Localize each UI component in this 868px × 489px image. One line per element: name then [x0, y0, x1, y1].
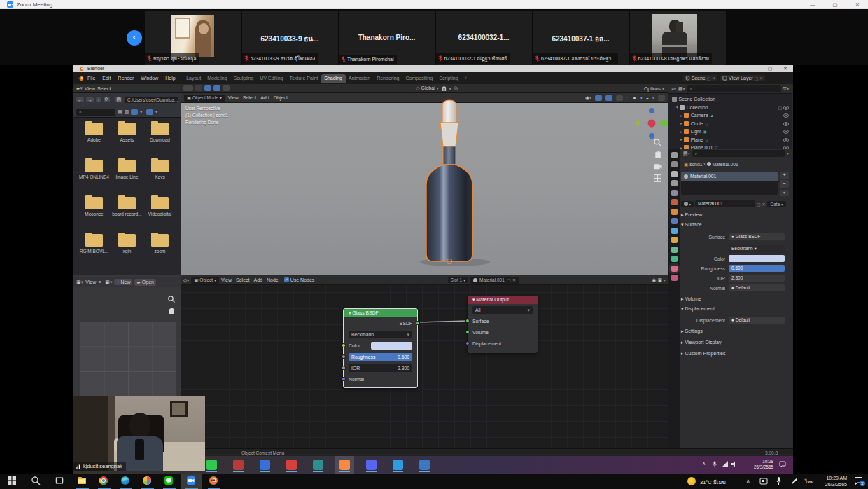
- vp-mode-dropdown[interactable]: ▣ Object Mode ▾: [184, 95, 225, 102]
- file-browser-icon[interactable]: ▰▾: [76, 85, 83, 91]
- outliner-row[interactable]: ▸Light◉: [668, 128, 792, 136]
- vp-pan-icon[interactable]: [653, 150, 662, 159]
- vp-snap-magnet-icon[interactable]: [441, 85, 447, 92]
- outliner-row-scene-collection[interactable]: Scene Collection: [668, 95, 792, 104]
- workspace-tab-sculpting[interactable]: Sculpting: [230, 74, 257, 83]
- properties-tab-0[interactable]: [671, 152, 678, 158]
- search-button[interactable]: [31, 476, 42, 487]
- scene-selector[interactable]: Scene ▢ ✕: [683, 75, 718, 81]
- ptb-notification-icon[interactable]: [779, 461, 786, 468]
- start-button[interactable]: [7, 476, 18, 487]
- properties-tab-11[interactable]: [671, 256, 678, 262]
- fb-list-view2-icon[interactable]: ▥: [125, 109, 130, 115]
- properties-tab-4[interactable]: [671, 190, 678, 196]
- outliner-row[interactable]: ▸Plane▽: [668, 136, 792, 144]
- prop-displacement[interactable]: Displacement● Default: [681, 316, 792, 324]
- fb-back-button[interactable]: ←: [76, 97, 84, 102]
- section-settings[interactable]: ▸ Settings: [681, 329, 703, 334]
- imged-zoom-icon[interactable]: [167, 295, 176, 303]
- workspace-tab-[interactable]: +: [461, 74, 470, 83]
- folder-item[interactable]: Download: [144, 123, 176, 142]
- vp-menu-select[interactable]: Select: [243, 95, 256, 100]
- prop-value[interactable]: ● Default: [729, 284, 785, 291]
- vp-tool3-icon[interactable]: [204, 85, 211, 91]
- close-button[interactable]: ✕: [848, 0, 867, 9]
- ned-slot-dropdown[interactable]: Slot 1 ▾: [448, 277, 468, 283]
- outliner-row-collection[interactable]: ▾Collection☐: [668, 104, 792, 112]
- zoom-icon[interactable]: [186, 476, 197, 487]
- workspace-tab-scripting[interactable]: Scripting: [436, 74, 461, 83]
- prop-ior[interactable]: IOR2.300: [681, 274, 792, 282]
- roughness-input-socket[interactable]: [342, 354, 346, 359]
- glass-node-roughness[interactable]: Roughness0.600: [344, 351, 417, 362]
- expand-arrow[interactable]: ▾: [676, 105, 678, 109]
- imged-new-button[interactable]: + New: [114, 279, 132, 285]
- section-displacement[interactable]: ▾ Displacement: [681, 306, 715, 312]
- fb-menu-select[interactable]: Select: [97, 86, 111, 91]
- folder-item[interactable]: board record...: [111, 197, 144, 216]
- vp-tool5-icon[interactable]: [223, 85, 230, 91]
- participant-tile[interactable]: 623410003-8 เจษฎาพร แสงลีงาม: [630, 11, 726, 65]
- normal-input-socket[interactable]: [342, 377, 346, 381]
- glass-node-distribution[interactable]: Beckmann▾: [344, 329, 417, 340]
- blender-close-button[interactable]: ✕: [778, 65, 793, 72]
- props-search-input[interactable]: ⌕: [692, 150, 785, 157]
- vp-menu-add[interactable]: Add: [260, 95, 269, 100]
- properties-tab-2[interactable]: [671, 171, 678, 177]
- vp-xray-toggle[interactable]: [616, 95, 623, 101]
- outliner-display-icon[interactable]: ▤▾: [678, 86, 685, 92]
- photos-app-icon[interactable]: [419, 460, 430, 470]
- vp-render-props-icon[interactable]: [658, 95, 665, 101]
- visibility-eye-icon[interactable]: [783, 113, 789, 118]
- participant-tile[interactable]: Thanakorn Piro...Thanakorn Piromchai: [339, 11, 435, 65]
- material-link-dropdown[interactable]: Data ▾: [767, 201, 786, 207]
- outliner-type-icon[interactable]: ≡▾: [671, 86, 676, 91]
- weather-icon[interactable]: [687, 477, 696, 485]
- imged-image-icon[interactable]: ▣▾: [105, 280, 112, 285]
- color-input-socket[interactable]: [342, 343, 346, 347]
- prop-roughness[interactable]: Roughness0.600: [681, 264, 792, 273]
- ptb-net-icon[interactable]: [722, 461, 728, 467]
- material-slot-list[interactable]: Material.001: [681, 172, 778, 195]
- vp-proportional-icon[interactable]: ◎: [454, 85, 458, 91]
- participant-tile[interactable]: 6234100032-1...6234100032-1 ณัฏฐา ช้อนศร…: [436, 11, 532, 65]
- fb-filter-icon[interactable]: [146, 109, 153, 115]
- vp-select-visibility-dropdown[interactable]: ◉▾: [585, 95, 592, 101]
- ned-material-field[interactable]: Material.001 ▢ ✕: [470, 277, 519, 284]
- outliner-search-input[interactable]: ⌕: [687, 85, 781, 92]
- vp-tool2-icon[interactable]: [195, 85, 202, 91]
- workspace-tab-shading[interactable]: Shading: [321, 74, 346, 83]
- image-editor-type-icon[interactable]: ▣▾: [76, 280, 83, 285]
- imged-open-button[interactable]: ▰ Open: [134, 279, 155, 286]
- fb-refresh-button[interactable]: ⟳: [104, 97, 111, 102]
- prop-value[interactable]: ● Glass BSDF: [729, 233, 785, 240]
- teams-app-icon[interactable]: [260, 460, 270, 470]
- discord-app-icon[interactable]: [366, 460, 377, 470]
- previous-participants-button[interactable]: ‹: [127, 30, 142, 46]
- prop-value[interactable]: [729, 255, 785, 262]
- ned-shader-type[interactable]: ▣ Object ▾: [191, 277, 219, 284]
- prop-x[interactable]: Beckmann ▾: [681, 245, 792, 253]
- prop-normal[interactable]: Normal● Default: [681, 284, 792, 292]
- expand-arrow[interactable]: ▸: [680, 121, 682, 125]
- tray-chevron-icon[interactable]: ∧: [746, 478, 750, 484]
- vp-tool4-icon[interactable]: [214, 85, 220, 91]
- fb-menu-view[interactable]: View: [85, 86, 95, 91]
- vp-active-tool-icon[interactable]: [183, 85, 193, 91]
- properties-tab-3[interactable]: [671, 180, 678, 186]
- menu-help[interactable]: Help: [162, 76, 178, 81]
- vp-menu-view[interactable]: View: [228, 95, 239, 100]
- properties-tab-7[interactable]: [671, 218, 678, 224]
- tray-mic-icon[interactable]: [776, 476, 782, 485]
- vp-shading-wireframe[interactable]: ◌: [626, 95, 629, 100]
- view-layer-selector[interactable]: View Layer ▢ ✕: [720, 75, 765, 81]
- workspace-tab-modeling[interactable]: Modeling: [204, 74, 230, 83]
- fb-new-folder-button[interactable]: ▤: [115, 97, 122, 102]
- output-node-target[interactable]: All▾: [468, 304, 538, 315]
- outliner-row[interactable]: ▸Camera▲: [668, 111, 792, 120]
- displacement-input-socket[interactable]: [465, 341, 470, 345]
- imged-pan-icon[interactable]: [167, 307, 176, 315]
- folder-item[interactable]: Keys: [144, 160, 176, 179]
- folder-item[interactable]: MP4 ONLINE4: [78, 160, 111, 179]
- section-volume[interactable]: ▸ Volume: [681, 296, 701, 302]
